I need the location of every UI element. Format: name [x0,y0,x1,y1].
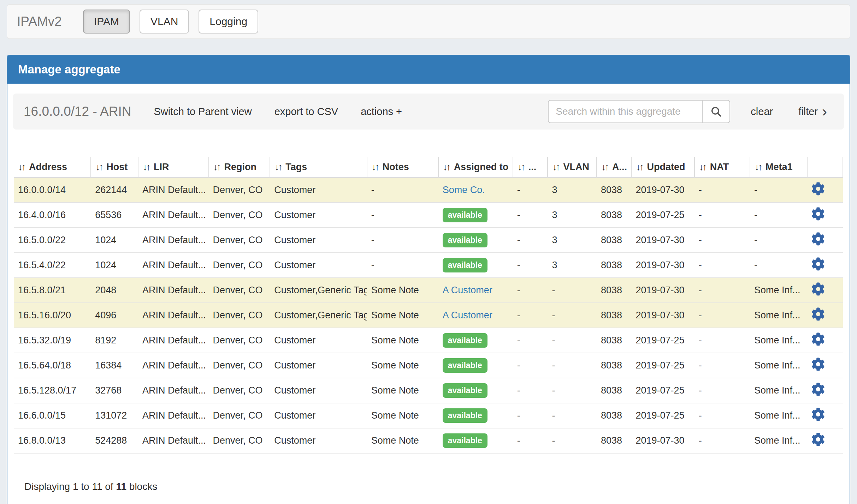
tab-logging[interactable]: Logging [199,10,258,34]
gear-icon[interactable] [811,282,825,296]
filter-link[interactable]: filter › [798,104,827,119]
cell-vlan: 3 [548,228,596,253]
clear-link[interactable]: clear [751,106,773,118]
cell-vlan: - [548,403,596,428]
gear-icon[interactable] [811,257,825,271]
assigned-link[interactable]: A Customer [443,310,492,320]
cell-truncated: - [513,253,548,278]
cell-region: Denver, CO [209,278,270,303]
sort-icon: ↓↑ [274,162,281,172]
cell-host: 131072 [91,403,138,428]
cell-tags: Customer [270,353,367,378]
cell-host: 1024 [91,228,138,253]
table-row[interactable]: 16.5.32.0/19 8192 ARIN Default... Denver… [14,328,843,353]
column-header-address[interactable]: ↓↑Address [14,157,91,178]
footer-suffix: blocks [129,481,157,492]
table-row[interactable]: 16.8.0.0/13 524288 ARIN Default... Denve… [14,428,843,453]
sort-icon: ↓↑ [18,162,25,172]
cell-actions [807,278,843,303]
column-header-lir[interactable]: ↓↑LIR [138,157,208,178]
cell-assigned-to: available [438,353,513,378]
cell-vlan: - [548,353,596,378]
cell-address: 16.5.8.0/21 [14,278,91,303]
search-input[interactable] [548,100,703,123]
cell-nat: - [695,203,750,228]
cell-meta1: - [750,178,807,203]
cell-lir: ARIN Default... [138,328,208,353]
column-header-vlan[interactable]: ↓↑VLAN [548,157,596,178]
cell-tags: Customer [270,403,367,428]
table-row[interactable]: 16.5.0.0/22 1024 ARIN Default... Denver,… [14,228,843,253]
assigned-link[interactable]: Some Co. [443,185,485,195]
cell-a-truncated: 8038 [597,328,632,353]
cell-address: 16.4.0.0/16 [14,203,91,228]
cell-lir: ARIN Default... [138,378,208,403]
sort-icon: ↓↑ [755,162,761,172]
cell-assigned-to: A Customer [438,278,513,303]
tab-ipam[interactable]: IPAM [83,10,130,34]
assigned-link[interactable]: A Customer [443,285,492,295]
cell-region: Denver, CO [209,403,270,428]
tab-vlan[interactable]: VLAN [140,10,189,34]
table-row[interactable]: 16.5.64.0/18 16384 ARIN Default... Denve… [14,353,843,378]
actions-menu-link[interactable]: actions + [361,106,402,118]
cell-assigned-to: A Customer [438,303,513,328]
cell-address: 16.5.64.0/18 [14,353,91,378]
cell-region: Denver, CO [209,203,270,228]
gear-icon[interactable] [811,408,825,421]
cell-nat: - [695,278,750,303]
gear-icon[interactable] [811,433,825,446]
sort-icon: ↓↑ [518,162,524,172]
status-badge: available [443,408,487,423]
table-row[interactable]: 16.5.128.0/17 32768 ARIN Default... Denv… [14,378,843,403]
column-label: ... [528,162,537,172]
column-label: Updated [647,162,685,172]
switch-parent-view-link[interactable]: Switch to Parent view [154,106,252,118]
cell-assigned-to: available [438,253,513,278]
export-csv-link[interactable]: export to CSV [274,106,338,118]
table-row[interactable]: 16.5.4.0/22 1024 ARIN Default... Denver,… [14,253,843,278]
gear-icon[interactable] [811,182,825,196]
table-row[interactable]: 16.5.8.0/21 2048 ARIN Default... Denver,… [14,278,843,303]
cell-a-truncated: 8038 [597,403,632,428]
column-label: Tags [285,162,307,172]
gear-icon[interactable] [811,307,825,321]
column-header-host[interactable]: ↓↑Host [91,157,138,178]
search-button[interactable] [703,100,730,123]
gear-icon[interactable] [811,207,825,221]
cell-notes: Some Note [367,403,438,428]
gear-icon[interactable] [811,383,825,396]
cell-region: Denver, CO [209,178,270,203]
cell-tags: Customer [270,428,367,453]
cell-meta1: - [750,228,807,253]
table-row[interactable]: 16.4.0.0/16 65536 ARIN Default... Denver… [14,203,843,228]
column-header-notes[interactable]: ↓↑Notes [367,157,438,178]
status-badge: available [443,258,487,272]
cell-meta1: - [750,253,807,278]
column-header-assigned-to[interactable]: ↓↑Assigned to [438,157,513,178]
status-badge: available [443,383,487,398]
column-header-a-truncated[interactable]: ↓↑A... [597,157,632,178]
table-row[interactable]: 16.5.16.0/20 4096 ARIN Default... Denver… [14,303,843,328]
column-header-updated[interactable]: ↓↑Updated [631,157,694,178]
column-header-region[interactable]: ↓↑Region [209,157,270,178]
column-header-truncated[interactable]: ↓↑... [513,157,548,178]
gear-icon[interactable] [811,232,825,246]
cell-address: 16.6.0.0/15 [14,403,91,428]
column-label: Address [29,162,67,172]
cell-truncated: - [513,378,548,403]
column-header-meta1[interactable]: ↓↑Meta1 [750,157,807,178]
cell-updated: 2019-07-25 [631,203,694,228]
table-row[interactable]: 16.6.0.0/15 131072 ARIN Default... Denve… [14,403,843,428]
gear-icon[interactable] [811,358,825,371]
cell-assigned-to: available [438,228,513,253]
column-label: Notes [383,162,409,172]
table-row[interactable]: 16.0.0.0/14 262144 ARIN Default... Denve… [14,178,843,203]
cell-address: 16.5.0.0/22 [14,228,91,253]
cell-assigned-to: available [438,428,513,453]
cell-tags: Customer,Generic Tag [270,278,367,303]
column-header-tags[interactable]: ↓↑Tags [270,157,367,178]
cell-notes: Some Note [367,303,438,328]
gear-icon[interactable] [811,332,825,346]
column-header-nat[interactable]: ↓↑NAT [695,157,750,178]
